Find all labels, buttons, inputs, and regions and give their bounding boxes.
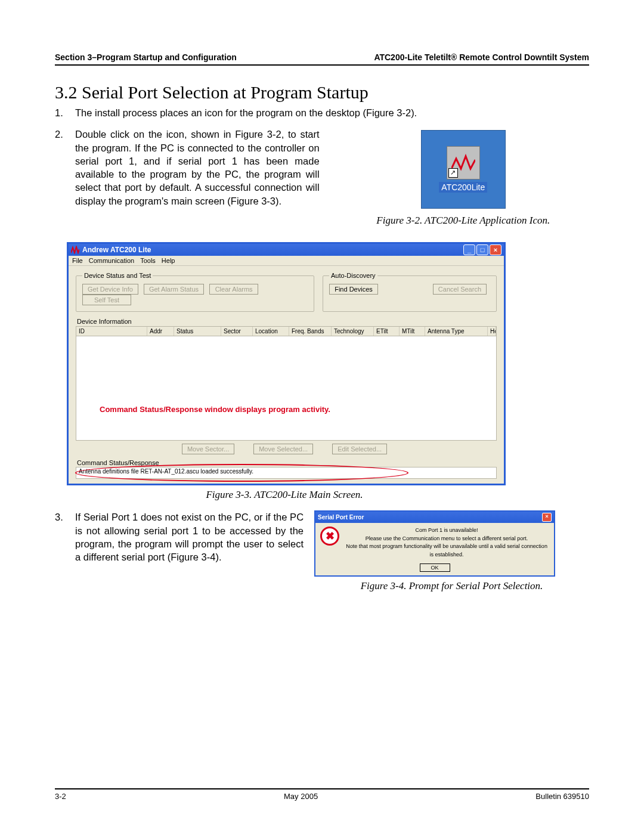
window-titlebar[interactable]: Andrew ATC200 Lite _ □ ×: [69, 244, 504, 256]
minimize-button[interactable]: _: [463, 244, 475, 255]
section-heading: 3.2 Serial Port Selection at Program Sta…: [55, 82, 589, 103]
move-sector-button[interactable]: Move Sector...: [182, 444, 234, 454]
window-title: Andrew ATC200 Lite: [82, 246, 151, 254]
group-legend: Auto-Discovery: [329, 272, 377, 279]
get-device-info-button[interactable]: Get Device Info: [82, 284, 138, 295]
col-addr[interactable]: Addr: [147, 327, 174, 336]
error-icon: ✖: [320, 527, 339, 546]
ok-button[interactable]: OK: [420, 563, 450, 572]
menu-file[interactable]: File: [72, 257, 83, 264]
list-number: 3.: [55, 510, 75, 563]
menu-help[interactable]: Help: [162, 257, 175, 264]
col-tech[interactable]: Technology: [332, 327, 374, 336]
figure-caption: Figure 3-3. ATC200-Lite Main Screen.: [67, 489, 502, 501]
command-status-box: Antenna definitions file RET-AN-AT_012.a…: [76, 467, 497, 479]
find-devices-button[interactable]: Find Devices: [329, 284, 378, 295]
footer-page: 3-2: [55, 792, 66, 801]
close-button[interactable]: ×: [490, 244, 501, 255]
annotation-text: Command Status/Response window displays …: [76, 405, 497, 414]
header-right: ATC200-Lite Teletilt® Remote Control Dow…: [374, 52, 589, 62]
col-antenna-type[interactable]: Antenna Type: [425, 327, 488, 336]
group-device-status: Device Status and Test Get Device Info G…: [76, 272, 314, 312]
header-left: Section 3–Program Startup and Configurat…: [55, 52, 237, 62]
status-text: Antenna definitions file RET-AN-AT_012.a…: [79, 468, 253, 475]
group-legend: Device Status and Test: [82, 272, 153, 279]
figure-caption: Figure 3-4. Prompt for Serial Port Selec…: [314, 580, 589, 592]
col-id[interactable]: ID: [76, 327, 147, 336]
desktop-shortcut-icon[interactable]: ↗ ATC200Lite: [421, 130, 506, 209]
get-alarm-status-button[interactable]: Get Alarm Status: [144, 284, 204, 295]
move-selected-button[interactable]: Move Selected...: [253, 444, 313, 454]
error-message: Com Port 1 is unavailable! Please use th…: [344, 527, 549, 559]
self-test-button[interactable]: Self Test: [82, 295, 131, 305]
page-header: Section 3–Program Startup and Configurat…: [55, 52, 589, 62]
error-line2: Please use the Communication menu to sel…: [344, 535, 549, 543]
app-body: Device Status and Test Get Device Info G…: [69, 266, 504, 484]
col-mtilt[interactable]: MTilt: [400, 327, 425, 336]
col-freq[interactable]: Freq. Bands: [289, 327, 332, 336]
grid-header-row: ID Addr Status Sector Location Freq. Ban…: [76, 327, 496, 336]
status-label: Command Status/Response: [77, 459, 497, 466]
shortcut-arrow-icon: ↗: [448, 168, 458, 178]
annotation-callout: Command Status/Response window displays …: [76, 405, 497, 414]
list-item: 2. Double click on the icon, shown in Fi…: [55, 128, 320, 208]
error-title: Serial Port Error: [318, 514, 364, 521]
list-number: 1.: [55, 106, 75, 119]
error-line1: Com Port 1 is unavailable!: [344, 527, 549, 535]
group-auto-discovery: Auto-Discovery Find Devices Cancel Searc…: [323, 272, 497, 312]
footer-rule: [55, 788, 589, 789]
list-item: 3. If Serial Port 1 does not exist on th…: [55, 510, 304, 563]
col-sector[interactable]: Sector: [221, 327, 253, 336]
header-rule: [55, 64, 589, 66]
app-icon: ↗: [447, 146, 480, 179]
list-text: The install process places an icon for t…: [75, 106, 589, 119]
action-button-row: Move Sector... Move Selected... Edit Sel…: [76, 444, 497, 454]
footer-bulletin: Bulletin 639510: [535, 792, 589, 801]
list-text: If Serial Port 1 does not exist on the P…: [75, 510, 304, 563]
error-line3: Note that most program functionality wil…: [344, 543, 549, 559]
menu-bar: File Communication Tools Help: [69, 256, 504, 266]
desktop-icon-label: ATC200Lite: [439, 182, 487, 193]
app-title-icon: [71, 246, 79, 254]
clear-alarms-button[interactable]: Clear Alarms: [209, 284, 258, 295]
error-titlebar[interactable]: Serial Port Error ×: [315, 512, 554, 523]
col-height[interactable]: Height: [488, 327, 496, 336]
footer-date: May 2005: [284, 792, 318, 801]
col-etilt[interactable]: ETilt: [374, 327, 400, 336]
figure-caption: Figure 3-2. ATC200-Lite Application Icon…: [338, 215, 589, 227]
list-number: 2.: [55, 128, 75, 208]
list-text: Double click on the icon, shown in Figur…: [75, 128, 320, 208]
list-item: 1. The install process places an icon fo…: [55, 106, 589, 119]
row-item3: 3. If Serial Port 1 does not exist on th…: [55, 510, 589, 602]
menu-tools[interactable]: Tools: [140, 257, 156, 264]
app-main-window: Andrew ATC200 Lite _ □ × File Communicat…: [67, 242, 506, 485]
row-item2: 2. Double click on the icon, shown in Fi…: [55, 128, 589, 236]
maximize-button[interactable]: □: [476, 244, 488, 255]
menu-communication[interactable]: Communication: [89, 257, 134, 264]
error-dialog: Serial Port Error × ✖ Com Port 1 is unav…: [314, 510, 555, 577]
edit-selected-button[interactable]: Edit Selected...: [332, 444, 387, 454]
col-status[interactable]: Status: [174, 327, 221, 336]
page-footer: 3-2 May 2005 Bulletin 639510: [55, 788, 589, 801]
document-page: Section 3–Program Startup and Configurat…: [0, 0, 644, 833]
cancel-search-button[interactable]: Cancel Search: [433, 284, 487, 295]
device-grid[interactable]: ID Addr Status Sector Location Freq. Ban…: [76, 326, 497, 441]
close-button[interactable]: ×: [542, 513, 552, 522]
device-info-label: Device Information: [77, 318, 497, 325]
col-location[interactable]: Location: [253, 327, 289, 336]
